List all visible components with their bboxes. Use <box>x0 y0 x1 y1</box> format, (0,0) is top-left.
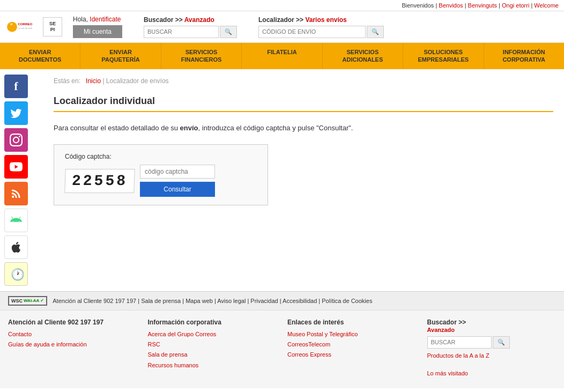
footer-express-link[interactable]: Correos Express <box>287 351 417 359</box>
footer-top-bar: WSC WAI-AA ✓ Atención al Cliente 902 197… <box>0 291 564 310</box>
footer-col3-title: Enlaces de interés <box>287 319 417 326</box>
search-input[interactable] <box>144 26 219 38</box>
footer-mas-visitado-link[interactable]: Lo más visitado <box>427 369 556 378</box>
sala-prensa-link-top[interactable]: Sala de prensa <box>141 298 181 304</box>
hola-label: Hola, <box>73 16 88 23</box>
footer-acerca-link[interactable]: Acerca del Grupo Correos <box>148 330 277 338</box>
header-search-area: Buscador >> Avanzado 🔍 <box>144 16 237 38</box>
top-bar: Bienvenidos | Benvidos | Benvinguts | On… <box>0 0 564 11</box>
link-ongi-etorri[interactable]: Ongi etorri <box>502 2 529 9</box>
estas-en-text: Estás en: <box>54 77 80 85</box>
link-benvidos[interactable]: Benvidos <box>439 2 463 9</box>
footer-search-row: 🔍 <box>427 336 556 349</box>
footer-col-buscador: Buscador >> Avanzado 🔍 Productos de la A… <box>427 319 556 380</box>
nav-servicios-adicionales[interactable]: SERVICIOSADICIONALES <box>323 43 403 69</box>
link-benvinguts[interactable]: Benvinguts <box>468 2 497 9</box>
nav-filatelia[interactable]: FILATELIA <box>242 43 322 69</box>
footer-rsc-link[interactable]: RSC <box>148 341 277 349</box>
captcha-image: 22558 <box>64 169 135 193</box>
footer-top-links: Atención al Cliente 902 197 197 | Sala d… <box>53 298 372 304</box>
nav-enviar-documentos[interactable]: ENVIARDOCUMENTOS <box>0 43 80 69</box>
footer-avanzado-link[interactable]: Avanzado <box>427 326 556 334</box>
localizador-label: Localizador >> Varios envíos <box>258 16 384 24</box>
captcha-value: 22558 <box>71 173 128 189</box>
privacidad-link-top[interactable]: Privacidad <box>250 298 278 304</box>
footer-col1-title: Atención al Cliente 902 197 197 <box>8 319 137 326</box>
aviso-legal-link-top[interactable]: Aviso legal <box>217 298 246 304</box>
footer-sala-prensa-link[interactable]: Sala de prensa <box>148 351 277 359</box>
footer-main: Atención al Cliente 902 197 197 Contacto… <box>0 310 564 388</box>
history-icon[interactable]: 🕐 <box>4 262 28 286</box>
svg-text:CORREOS: CORREOS <box>18 22 32 26</box>
footer-museo-link[interactable]: Museo Postal y Telegráfico <box>287 330 417 338</box>
bienvenidos-text: Bienvenidos <box>402 2 434 9</box>
search-button[interactable]: 🔍 <box>220 26 237 38</box>
desc-bold: envío <box>180 124 198 132</box>
localizador-input[interactable] <box>258 26 366 38</box>
footer-telecom-link[interactable]: CorreosTelecom <box>287 341 417 349</box>
footer-contacto-link[interactable]: Contacto <box>8 330 137 338</box>
nav-servicios-financieros[interactable]: SERVICIOSFINANCIEROS <box>161 43 242 69</box>
link-welcome[interactable]: Welcome <box>534 2 559 9</box>
identificate-link[interactable]: Identificate <box>90 16 121 23</box>
description-text: Para consultar el estado detallado de su… <box>54 123 553 134</box>
mapa-web-link-top[interactable]: Mapa web <box>185 298 213 304</box>
svg-text:La red de todos: La red de todos <box>18 27 32 29</box>
android-icon[interactable] <box>4 209 28 232</box>
consultar-button[interactable]: Consultar <box>140 182 215 197</box>
footer-search-label: Buscador >> Avanzado <box>427 319 556 334</box>
apple-icon[interactable] <box>4 235 28 259</box>
avanzado-link[interactable]: Avanzado <box>184 16 214 24</box>
captcha-section: Código captcha: 22558 Consultar <box>54 144 268 205</box>
breadcrumb: Estás en: Inicio | Localizador de envíos <box>54 77 553 85</box>
social-sidebar: f 🕐 <box>0 69 43 291</box>
rss-icon[interactable] <box>4 182 28 205</box>
footer-col-info-corporativa: Información corporativa Acerca del Grupo… <box>148 319 277 380</box>
account-area: Hola, Identificate Mi cuenta <box>73 16 122 38</box>
facebook-icon[interactable]: f <box>4 75 28 98</box>
footer-search-button[interactable]: 🔍 <box>493 336 510 349</box>
sepi-logo: SEPI <box>43 17 62 36</box>
captcha-label: Código captcha: <box>65 153 257 160</box>
header: ✉ CORREOS La red de todos SEPI Hola, Ide… <box>0 11 564 43</box>
nav-soluciones-empresariales[interactable]: SOLUCIONESEMPRESARIALES <box>403 43 484 69</box>
buscador-label: Buscador >> Avanzado <box>144 16 237 24</box>
svg-text:🕐: 🕐 <box>11 268 24 282</box>
hola-text: Hola, Identificate <box>73 16 122 23</box>
footer-products: Productos de la A a la Z Lo más visitado <box>427 352 556 378</box>
localizador-text: Localizador <box>258 16 294 24</box>
desc-part1: Para consultar el estado detallado de su <box>54 124 180 132</box>
nav-enviar-paqueteria[interactable]: ENVIARPAQUETERÍA <box>80 43 161 69</box>
politica-cookies-link-top[interactable]: Política de Cookies <box>322 298 372 304</box>
instagram-icon[interactable] <box>4 128 28 152</box>
captcha-inputs: Consultar <box>140 165 215 197</box>
varios-envios-link[interactable]: Varios envíos <box>305 16 346 24</box>
captcha-row: 22558 Consultar <box>65 165 257 197</box>
twitter-icon[interactable] <box>4 101 28 125</box>
mi-cuenta-button[interactable]: Mi cuenta <box>73 25 122 38</box>
localizador-search-button[interactable]: 🔍 <box>367 26 384 38</box>
footer-guias-link[interactable]: Guías de ayuda e información <box>8 341 137 349</box>
current-page-label: Localizador de envíos <box>106 77 169 85</box>
buscador-text: Buscador <box>144 16 173 24</box>
captcha-text-input[interactable] <box>140 165 215 179</box>
page-title: Localizador individual <box>54 95 553 112</box>
footer-col-atencio: Atención al Cliente 902 197 197 Contacto… <box>8 319 137 380</box>
footer-col-enlaces: Enlaces de interés Museo Postal y Telegr… <box>287 319 417 380</box>
footer-search-input[interactable] <box>427 336 492 349</box>
logo-area: ✉ CORREOS La red de todos <box>5 16 32 38</box>
localizador-row: 🔍 <box>258 26 384 38</box>
nav-informacion-corporativa[interactable]: INFORMACIÓNCORPORATIVA <box>484 43 564 69</box>
localizador-area: Localizador >> Varios envíos 🔍 <box>258 16 384 38</box>
footer-productos-az-link[interactable]: Productos de la A a la Z <box>427 352 556 360</box>
footer-col2-title: Información corporativa <box>148 319 277 326</box>
accesibilidad-link-top[interactable]: Accesibilidad <box>283 298 317 304</box>
youtube-icon[interactable] <box>4 155 28 179</box>
footer-recursos-link[interactable]: Recursos humanos <box>148 361 277 369</box>
footer-buscador-text: Buscador <box>427 319 457 326</box>
wsc-badge: WSC WAI-AA ✓ <box>8 296 47 306</box>
correos-logo: ✉ CORREOS La red de todos <box>5 16 32 38</box>
main-content: Estás en: Inicio | Localizador de envíos… <box>43 69 564 291</box>
desc-part2: , introduzca el código captcha y pulse "… <box>198 124 353 132</box>
inicio-link[interactable]: Inicio <box>86 77 101 85</box>
